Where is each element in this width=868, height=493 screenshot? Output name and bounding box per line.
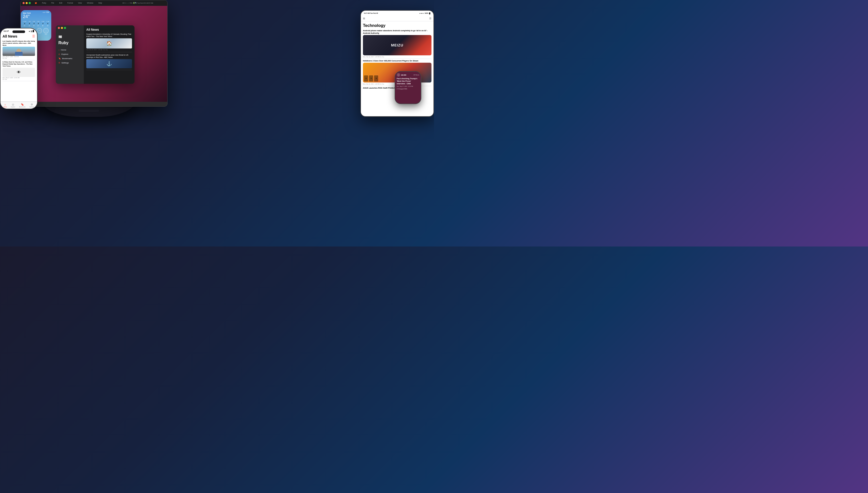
iphone-news-img-1 (3, 47, 35, 56)
weather-hour-6: 11 AM ☀ 32° (46, 21, 49, 26)
iphone-news-meta-2: Sun, Sep 17, 2023 · 12:01 AMFor You (3, 77, 35, 80)
iphone-menu-icon[interactable]: ☰ (32, 35, 35, 38)
mac-sidebar-explore-label: Explore (62, 53, 68, 55)
watch-screen: ‹ 10:04 All News Fact-checking Trump's '… (395, 71, 421, 104)
ipad-menu-icon[interactable]: ☰ (429, 17, 431, 20)
ipad-battery: 100% (425, 13, 428, 14)
ipad-article-1-img: MEIZU (363, 35, 431, 55)
mac-app-close[interactable] (58, 27, 60, 29)
iphone-news-headline-2: In Risky Hunt for Secrets, U.S. and Chin… (3, 61, 35, 67)
watch-headline: Fact-checking Trump's 'Meet the Press' i… (397, 78, 419, 85)
iphone-news-item-2[interactable]: In Risky Hunt for Secrets, U.S. and Chin… (3, 60, 35, 81)
ipad-article-1-meta: Mon, Feb 19, 2024 · 1:34 PM For You (363, 56, 431, 58)
watch-category: All News (414, 74, 419, 76)
iphone-tab-explore-label: Explore (11, 106, 15, 108)
mac-app-content: All News Suspect Arrested in University … (84, 25, 135, 84)
battery-icon: ▉ (33, 30, 34, 32)
weather-circle-4: ↓ (43, 28, 49, 34)
mac-sidebar-bookmarks-label: Bookmarks (62, 57, 72, 60)
mac-app-window: 📰 Ruby ⌂ Home ◎ Explore 🔖 Bookmarks ⚙ Se… (56, 25, 135, 84)
weather-forecast: 6:43AM ☀ 23° 7 AM ☀ 23° 8 AM ☀ 24° 9 AM … (23, 21, 49, 26)
mac-app-name: Ruby (42, 2, 46, 4)
mac-apple-menu[interactable]: 🍎 (35, 2, 37, 4)
mac-view-menu[interactable]: View (78, 2, 82, 4)
bookmarks-icon: 🔖 (21, 103, 24, 106)
mac-window-menu[interactable]: Window (87, 2, 93, 4)
iphone-device: 11:17 ▲ ||| ▉ All News ☰ Los Angeles she… (0, 28, 38, 109)
ipad-article-1[interactable]: Android phone maker abandons Android com… (363, 29, 431, 58)
mac-sidebar-explore[interactable]: ◎ Explore (58, 52, 84, 56)
ipad-divider-1 (363, 59, 431, 59)
watch-time: 10:04 (401, 74, 406, 76)
iphone-tab-bar: ⌂ Home ◎ Explore 🔖 Bookmarks ⚙ Settings (1, 102, 37, 109)
iphone-news-meta-1: Sun, Sep 17, 2023 · 8:38 AMFor You (3, 56, 35, 59)
watch-crown[interactable] (421, 79, 421, 84)
mac-news-img-2: ⚓ (86, 59, 132, 68)
mac-app-logo: 📰 (58, 35, 84, 39)
ipad-article-2-headline: Helldivers 2 Sees Over 400,000 Concurren… (363, 60, 431, 62)
iphone-status-icons: ▲ ||| ▉ (28, 30, 34, 32)
mac-sidebar-home-label: Home (61, 49, 66, 51)
mac-file-menu[interactable]: File (51, 2, 54, 4)
mac-news-item-1[interactable]: Suspect Arrested in University of Colora… (86, 33, 132, 52)
iphone-all-news-title: All News (3, 34, 17, 38)
mac-sidebar-settings-label: Settings (62, 62, 69, 64)
iphone-tab-home[interactable]: ⌂ Home (3, 103, 7, 108)
mac-status-right: 45°C ↑↓ ○ 74% 🔋 🔍 Tue Feb 20 6:18:57 AM (123, 2, 153, 4)
weather-hour-3: 8 AM ☀ 24° (33, 21, 35, 26)
ipad-sidebar-icon[interactable]: ⊞ (363, 17, 365, 20)
mac-news-img-1: 🏠 (86, 38, 132, 48)
mac-bookmarks-icon: 🔖 (58, 57, 61, 60)
iphone-tab-explore[interactable]: ◎ Explore (11, 103, 15, 108)
signal-icon: ||| (31, 30, 32, 32)
ipad-status-bar: 6:27 AM Tue Feb 20 ▲▲▲ 100% ▉ (361, 10, 433, 16)
mac-app-sidebar: 📰 Ruby ⌂ Home ◎ Explore 🔖 Bookmarks ⚙ Se… (56, 25, 84, 84)
mac-format-menu[interactable]: Format (67, 2, 73, 4)
watch-back-button[interactable]: ‹ (397, 73, 400, 77)
weather-city: New York (23, 12, 31, 14)
iphone-news-headline-1: Los Angeles sheriff's deputy dies after … (3, 40, 35, 46)
iphone-time: 11:17 (3, 30, 9, 32)
mac-app-sidebar-title: Ruby (58, 41, 84, 45)
ipad-time: 6:27 AM Tue Feb 20 (364, 13, 378, 14)
iphone-news-item-1[interactable]: Los Angeles sheriff's deputy dies after … (3, 39, 35, 60)
mac-explore-icon: ◎ (58, 53, 60, 55)
ipad-battery-icon: ▉ (429, 13, 430, 14)
mac-app-content-title: All News (86, 28, 132, 31)
mac-news-headline-2: Unmanned Houthi submarines pose new thre… (86, 54, 132, 58)
apple-watch-device: ‹ 10:04 All News Fact-checking Trump's '… (395, 71, 421, 104)
weather-hour-1: 6:43AM ☀ 23° (23, 21, 26, 26)
watch-meta: Sun, Sep 17, 2023 · 6:32 PM (397, 86, 419, 87)
iphone-notch (13, 30, 25, 33)
iphone-tab-settings[interactable]: ⚙ Settings (29, 103, 34, 108)
weather-hour-2: 7 AM ☀ 23° (28, 21, 31, 26)
explore-icon: ◎ (12, 103, 14, 106)
mac-sidebar-home[interactable]: ⌂ Home (58, 48, 84, 52)
home-icon: ⌂ (4, 103, 6, 106)
ipad-section-title: Technology (363, 23, 431, 28)
weather-hour-4: 9 AM ☀ 27° (37, 21, 39, 26)
mac-app-minimize[interactable] (61, 27, 63, 29)
vision-pro-band-bottom (79, 110, 99, 112)
wifi-icon: ▲ (28, 30, 30, 32)
mac-edit-menu[interactable]: Edit (59, 2, 62, 4)
watch-header: ‹ 10:04 All News (397, 73, 419, 77)
ipad-status-right: ▲▲▲ 100% ▉ (419, 13, 430, 14)
mac-app-dots (58, 27, 66, 29)
ipad-wifi-icon: ▲▲▲ (419, 13, 424, 14)
weather-temp: 24° (23, 14, 31, 19)
iphone-tab-bookmarks[interactable]: 🔖 Bookmarks (19, 103, 25, 108)
mac-sidebar-bookmarks[interactable]: 🔖 Bookmarks (58, 56, 84, 61)
iphone-screen: 11:17 ▲ ||| ▉ All News ☰ Los Angeles she… (1, 28, 37, 109)
weather-high-low: H:37° L:23° (43, 12, 49, 13)
mac-menu-bar-items: 🍎 Ruby File Edit Format View Window Help… (21, 2, 167, 4)
mac-app-maximize[interactable] (64, 27, 66, 29)
mac-news-item-2[interactable]: Unmanned Houthi submarines pose new thre… (86, 54, 132, 70)
mac-help-menu[interactable]: Help (98, 2, 102, 4)
iphone-content: All News ☰ Los Angeles sheriff's deputy … (1, 33, 37, 109)
mac-sidebar-settings[interactable]: ⚙ Settings (58, 61, 84, 65)
mac-title-bar: 🍎 Ruby File Edit Format View Window Help… (21, 0, 167, 6)
iphone-news-img-2: 👁 (3, 68, 35, 77)
iphone-header: All News ☰ (3, 34, 35, 39)
ipad-article-1-headline: Android phone maker abandons Android com… (363, 29, 431, 35)
